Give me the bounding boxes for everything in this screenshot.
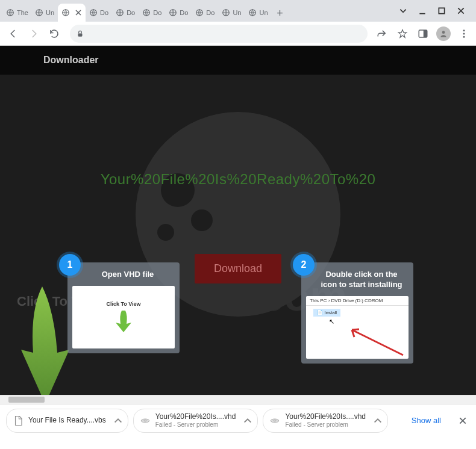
globe-icon <box>222 8 230 17</box>
tab-strip: The Un Do Do Do Do Do <box>2 0 393 22</box>
download-item[interactable]: Your%20File%20Is....vhd Failed - Server … <box>133 409 258 433</box>
tab-title: Do <box>206 9 215 16</box>
download-button[interactable]: Download <box>195 254 281 283</box>
file-ready-title: Your%20File%20Is%20Ready%20To%20 <box>101 171 376 188</box>
thumb-install-row: 📄 Install <box>313 309 340 317</box>
browser-tab[interactable]: Do <box>192 4 218 22</box>
svg-point-24 <box>143 420 146 421</box>
download-item[interactable]: Your File Is Ready....vbs <box>6 409 128 433</box>
svg-rect-11 <box>78 33 83 36</box>
browser-tab[interactable]: Do <box>112 4 139 22</box>
thumb-label: Click To View <box>106 301 140 307</box>
red-arrow-icon <box>346 326 406 356</box>
site-title: Downloader <box>43 55 99 66</box>
forward-button[interactable] <box>25 25 42 42</box>
svg-point-14 <box>442 31 445 34</box>
file-icon <box>13 415 23 426</box>
site-header: Downloader <box>0 46 476 75</box>
tab-title: Do <box>180 9 188 16</box>
chevron-down-icon[interactable] <box>399 7 407 15</box>
page-content: Downloader sk.com Click To View Your%20F… <box>0 46 476 395</box>
browser-tab[interactable]: The <box>2 4 31 22</box>
tab-title: Do <box>153 9 161 16</box>
globe-icon <box>195 8 204 17</box>
svg-rect-10 <box>439 8 444 13</box>
thumb-breadcrumb: This PC › DVD Drive (D:) CDROM <box>306 296 409 306</box>
chevron-up-icon[interactable] <box>113 416 123 426</box>
browser-tab-active[interactable] <box>58 4 86 22</box>
globe-icon <box>6 8 14 17</box>
menu-icon[interactable] <box>457 26 471 41</box>
step-image: This PC › DVD Drive (D:) CDROM 📄 Install… <box>306 296 409 359</box>
browser-tab[interactable]: Un <box>245 4 271 22</box>
close-icon[interactable] <box>456 413 470 428</box>
thumb-install-label: Install <box>324 310 337 315</box>
step-badge: 2 <box>293 254 315 276</box>
download-name: Your%20File%20Is....vhd <box>285 413 366 421</box>
show-all-button[interactable]: Show all <box>406 412 447 429</box>
tab-title: Do <box>100 9 108 16</box>
tab-close-icon[interactable] <box>75 9 82 16</box>
browser-tab[interactable]: Do <box>165 4 192 22</box>
step-title: Open VHD file <box>72 267 175 286</box>
tab-title: Do <box>127 9 135 16</box>
profile-avatar[interactable] <box>436 26 451 41</box>
globe-icon <box>89 8 98 17</box>
window-controls <box>393 0 471 22</box>
tab-title: Un <box>233 9 241 16</box>
close-icon[interactable] <box>457 7 465 15</box>
cursor-icon: ↖ <box>329 318 334 326</box>
browser-tab[interactable]: Do <box>139 4 165 22</box>
downloads-bar: Your File Is Ready....vbs Your%20File%20… <box>0 404 476 436</box>
download-item[interactable]: Your%20File%20Is....vhd Failed - Server … <box>263 409 388 433</box>
toolbar-right <box>375 26 471 41</box>
browser-tab[interactable]: Un <box>218 4 245 22</box>
new-tab-button[interactable]: + <box>272 5 289 22</box>
disk-icon <box>140 415 151 426</box>
disk-icon <box>269 415 280 426</box>
step-card-1: 1 Open VHD file Click To View <box>67 262 180 353</box>
step-badge: 1 <box>59 254 81 276</box>
browser-tab[interactable]: Do <box>86 4 112 22</box>
scrollbar-thumb[interactable] <box>8 397 45 403</box>
browser-tab[interactable]: Un <box>31 4 58 22</box>
globe-icon <box>35 8 43 17</box>
back-button[interactable] <box>5 25 22 42</box>
svg-point-26 <box>274 420 277 421</box>
svg-point-16 <box>463 33 465 34</box>
minimize-icon[interactable] <box>418 7 427 15</box>
svg-rect-13 <box>424 30 427 37</box>
globe-icon <box>169 8 177 17</box>
tab-title: Un <box>46 9 54 16</box>
horizontal-scrollbar[interactable] <box>0 395 476 404</box>
chevron-up-icon[interactable] <box>373 416 383 426</box>
globe-icon <box>142 8 151 17</box>
browser-toolbar <box>0 22 476 46</box>
svg-point-15 <box>463 29 465 31</box>
download-status: Failed - Server problem <box>285 421 366 428</box>
mini-arrow-icon <box>114 309 133 333</box>
maximize-icon[interactable] <box>437 7 446 15</box>
reload-button[interactable] <box>46 25 63 42</box>
globe-icon <box>61 8 70 17</box>
download-name: Your%20File%20Is....vhd <box>155 413 236 421</box>
download-name: Your File Is Ready....vbs <box>28 416 106 424</box>
side-panel-icon[interactable] <box>416 26 430 41</box>
svg-point-17 <box>463 36 465 37</box>
address-bar[interactable] <box>70 25 368 43</box>
globe-icon <box>248 8 257 17</box>
step-card-2: 2 Double click on the icon to start inst… <box>301 262 413 364</box>
lock-icon <box>76 29 84 38</box>
tab-title: Un <box>259 9 268 16</box>
tab-title: The <box>17 9 28 16</box>
download-status: Failed - Server problem <box>155 421 236 428</box>
step-title: Double click on the icon to start instal… <box>306 267 409 296</box>
globe-icon <box>116 8 124 17</box>
share-icon[interactable] <box>375 26 389 41</box>
star-icon[interactable] <box>395 26 410 41</box>
step-image: Click To View <box>72 286 175 348</box>
chevron-up-icon[interactable] <box>243 416 252 426</box>
window-titlebar: The Un Do Do Do Do Do <box>0 0 476 22</box>
